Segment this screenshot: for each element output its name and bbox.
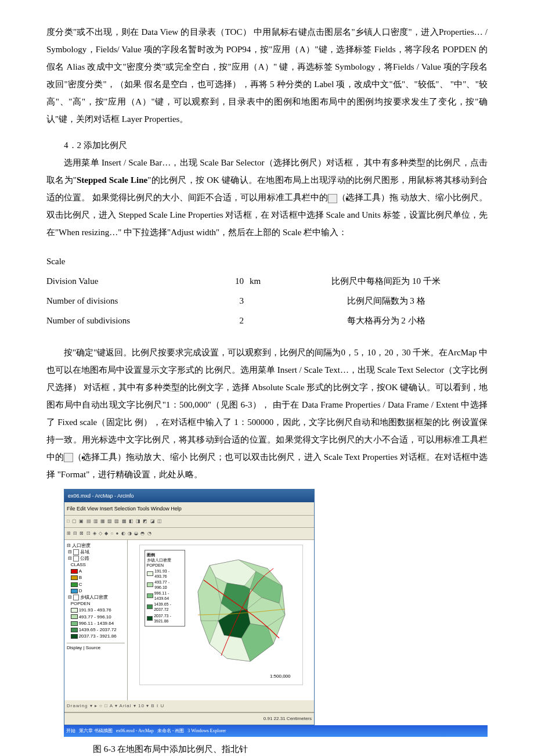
toc-break-5: 2037.73 - 3921.86: [79, 633, 117, 639]
legend-b2: 493.77 - 996.10: [154, 579, 182, 590]
arcmap-drawing-toolbar: Drawing ▾ ▸ ○ □ A ▾ Arial ▾ 10 ▾ B I U: [64, 700, 314, 712]
para2-bold: Stepped Scale Line: [77, 175, 147, 185]
arcmap-toc: ⊟ 人口密度 ⊟ 县域 ⊟ 公路 CLASS A B C D ⊟ 乡镇人口密度 …: [64, 540, 128, 700]
table-row: Number of divisions 3 比例尺间隔数为 3 格: [46, 291, 488, 311]
legend-sub: 乡镇人口密度: [147, 557, 183, 563]
arcmap-titlebar: ex06.mxd - ArcMap - ArcInfo: [64, 489, 314, 502]
legend-b5: 2037.73 - 3921.86: [154, 613, 182, 624]
toc-layer-density: 乡镇人口密度: [80, 595, 108, 600]
toc-popden-field: POPDEN: [71, 601, 91, 606]
toc-class-d: D: [79, 588, 82, 593]
row1-unit: km: [244, 271, 284, 291]
section-4-2-title: 4．2 添加比例尺: [46, 136, 488, 154]
toc-class-a: A: [79, 568, 82, 574]
arcmap-layout-view: 图例 乡镇人口密度 POPDEN 191.93 - 493.76 493.77 …: [128, 540, 314, 700]
map-graphic: [192, 557, 291, 667]
para3-a: 按"确定"键返回。比例尺按要求完成设置，可以观察到，比例尺的间隔为0，5，10，…: [46, 348, 488, 462]
row2-unit: [244, 291, 284, 311]
taskbar-item: 未命名 - 画图: [157, 726, 185, 736]
windows-taskbar: 开始 第六章 书稿插图 ex06.mxd - ArcMap 未命名 - 画图 3…: [64, 725, 488, 737]
arcmap-toolbar-1: □ ▢ ▣ ▤ ▥ ▦ ▧ ▨ ▩ ◧ ◨ ◩ ◪ ◫: [64, 516, 314, 528]
toc-layer-county: 县域: [80, 549, 89, 555]
legend-title: 图例: [147, 552, 183, 557]
toc-class-c: C: [79, 582, 82, 587]
arcmap-window: ex06.mxd - ArcMap - ArcInfo File Edit Vi…: [64, 489, 315, 725]
figure-caption: 图 6-3 在地图布局中添加比例尺、指北针: [93, 740, 488, 757]
scale-settings-table: Scale Division Value 10 km 比例尺中每格间距为 10 …: [46, 251, 488, 330]
legend-b3: 996.11 - 1439.64: [154, 591, 183, 601]
row2-value: 3: [197, 291, 244, 311]
map-legend: 图例 乡镇人口密度 POPDEN 191.93 - 493.76 493.77 …: [145, 550, 185, 627]
row3-label: Number of subdivisions: [46, 311, 197, 330]
row2-desc: 比例尺间隔数为 3 格: [284, 291, 488, 311]
row1-label: Division Value: [46, 271, 197, 291]
select-tool-icon: ▸: [64, 453, 73, 462]
legend-field: POPDEN: [147, 563, 183, 568]
taskbar-item: ex06.mxd - ArcMap: [116, 726, 154, 736]
toc-break-1: 191.93 - 493.76: [79, 607, 111, 613]
toc-class-b: B: [79, 575, 82, 580]
arcmap-menubar: File Edit View Insert Selection Tools Wi…: [64, 502, 314, 516]
start-button: 开始: [66, 726, 75, 736]
taskbar-item: 第六章 书稿插图: [79, 726, 113, 736]
toc-root: 人口密度: [72, 543, 91, 548]
select-tool-icon: ▸: [328, 194, 337, 203]
toc-tab-source: Source: [86, 645, 100, 650]
row2-label: Number of divisions: [46, 291, 197, 311]
toc-break-4: 1439.65 - 2037.72: [79, 627, 117, 632]
toc-break-2: 493.77 - 996.10: [79, 614, 111, 620]
toc-break-3: 996.11 - 1439.64: [79, 621, 114, 626]
legend-b4: 1439.65 - 2037.72: [154, 602, 182, 612]
map-scale-text: 1:500,000: [270, 672, 291, 681]
taskbar-item: 3 Windows Explorer: [187, 726, 226, 736]
table-row: Division Value 10 km 比例尺中每格间距为 10 千米: [46, 271, 488, 291]
legend-b1: 191.93 - 493.76: [154, 568, 182, 579]
para3-b: （选择工具）拖动放大、缩小 比例尺；也可以双击比例尺，进入 Scale Text…: [46, 452, 488, 479]
scale-header: Scale: [46, 251, 488, 271]
toc-layer-road: 公路: [80, 556, 89, 561]
paragraph-1: 度分类"或不出现，则在 Data View 的目录表（TOC） 中用鼠标右键点击…: [46, 23, 488, 128]
row3-value: 2: [197, 311, 244, 330]
arcmap-toolbar-2: ⊞ ⊟ ⊠ ⊡ ◈ ◇ ◆ ○ ● ◐ ◑ ◒ ◓ ◔: [64, 528, 314, 540]
layout-page: 图例 乡镇人口密度 POPDEN 191.93 - 493.76 493.77 …: [139, 545, 303, 685]
paragraph-3: 按"确定"键返回。比例尺按要求完成设置，可以观察到，比例尺的间隔为0，5，10，…: [46, 344, 488, 483]
paragraph-2: 选用菜单 Insert / Scale Bar…，出现 Scale Bar Se…: [46, 154, 488, 241]
table-row: Number of subdivisions 2 每大格再分为 2 小格: [46, 311, 488, 330]
arcmap-statusbar: 0.91 22.31 Centimeters: [64, 712, 314, 725]
toc-class-field: CLASS: [71, 562, 86, 567]
row3-unit: [244, 311, 284, 330]
figure-6-3: ex06.mxd - ArcMap - ArcInfo File Edit Vi…: [64, 489, 488, 757]
toc-tab-display: Display: [67, 645, 82, 650]
row3-desc: 每大格再分为 2 小格: [284, 311, 488, 330]
row1-value: 10: [197, 271, 244, 291]
row1-desc: 比例尺中每格间距为 10 千米: [284, 271, 488, 291]
